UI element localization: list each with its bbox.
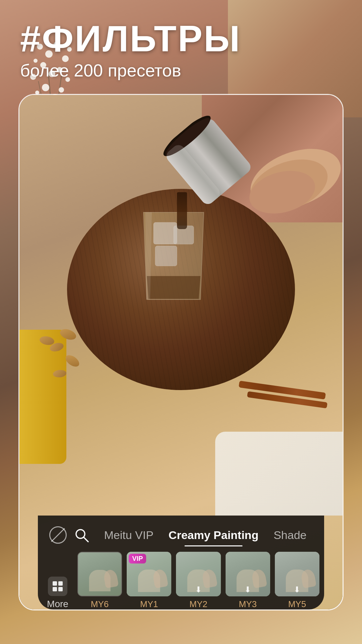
download-icon-my2: ⬇	[195, 585, 202, 594]
more-button[interactable]: More	[43, 577, 73, 609]
filter-tab-labels: Meitu VIP Creamy Painting Shade	[97, 526, 314, 544]
filter-thumb-my1[interactable]: VIP MY1	[127, 552, 171, 609]
thumb-img-my1: VIP	[127, 552, 171, 596]
thumb-img-my2: ⬇	[176, 552, 221, 596]
filter-label-my2: MY2	[189, 599, 207, 609]
page-title: #ФИЛЬТРЫ	[20, 20, 241, 57]
download-icon-my3: ⬇	[244, 585, 251, 594]
vip-badge: VIP	[129, 554, 146, 564]
filter-label-my5: MY5	[288, 599, 306, 609]
svg-rect-9	[155, 246, 177, 266]
download-icon-my5: ⬇	[294, 585, 300, 594]
photo-area: Meitu VIP Creamy Painting Shade	[19, 95, 343, 609]
tab-meitu-vip[interactable]: Meitu VIP	[101, 526, 157, 544]
flower-petal	[59, 87, 64, 93]
white-cloth	[215, 432, 343, 516]
more-icon	[48, 577, 67, 596]
thumb-img-my3: ⬇	[226, 552, 270, 596]
tab-shade[interactable]: Shade	[270, 526, 310, 544]
no-filter-icon	[49, 526, 67, 544]
filter-label-my1: MY1	[140, 599, 158, 609]
page-subtitle: более 200 пресетов	[20, 60, 241, 80]
svg-rect-14	[53, 587, 57, 591]
bottom-ui-panel: Meitu VIP Creamy Painting Shade	[38, 516, 324, 609]
filter-thumb-my2[interactable]: ⬇ MY2	[176, 552, 221, 609]
no-filter-tab[interactable]	[48, 525, 68, 545]
filter-label-my3: MY3	[239, 599, 256, 609]
more-label: More	[47, 599, 68, 609]
svg-line-11	[84, 537, 88, 542]
phone-frame: Meitu VIP Creamy Painting Shade	[18, 94, 344, 610]
thumb-img-my6	[77, 552, 122, 596]
search-icon	[74, 528, 89, 542]
glass-with-ice	[137, 209, 210, 303]
grid-icon	[51, 580, 64, 593]
search-tab[interactable]	[71, 525, 92, 545]
filter-thumb-my5[interactable]: ⬇ MY5	[275, 552, 319, 609]
filter-thumbnails-row: More MY6	[38, 552, 324, 610]
filter-thumb-my6[interactable]: MY6	[77, 552, 122, 609]
page-header: #ФИЛЬТРЫ более 200 пресетов	[20, 20, 241, 80]
thumb-img-my5: ⬇	[275, 552, 319, 596]
coffee-pour-stream	[177, 192, 187, 229]
svg-rect-12	[53, 581, 57, 586]
filter-tabs-row: Meitu VIP Creamy Painting Shade	[38, 516, 324, 552]
filter-label-my6: MY6	[91, 599, 109, 609]
flower-petal	[42, 84, 49, 91]
svg-rect-15	[58, 587, 63, 591]
tab-creamy-painting[interactable]: Creamy Painting	[165, 526, 262, 544]
filter-thumb-my3[interactable]: ⬇ MY3	[226, 552, 270, 609]
svg-rect-13	[58, 581, 63, 586]
